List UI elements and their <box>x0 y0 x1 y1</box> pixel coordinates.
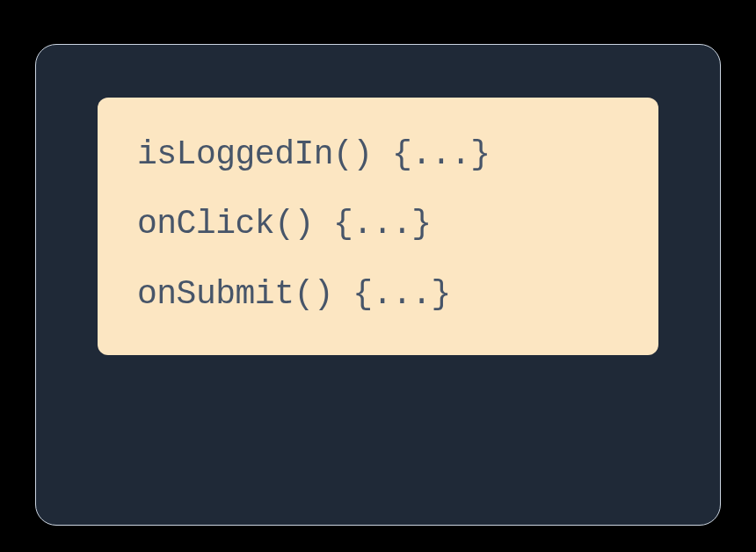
code-line: onSubmit() {...} <box>137 272 619 316</box>
code-box: isLoggedIn() {...} onClick() {...} onSub… <box>98 98 658 355</box>
code-line: onClick() {...} <box>137 202 619 245</box>
code-panel: isLoggedIn() {...} onClick() {...} onSub… <box>35 44 721 526</box>
code-line: isLoggedIn() {...} <box>137 133 619 176</box>
